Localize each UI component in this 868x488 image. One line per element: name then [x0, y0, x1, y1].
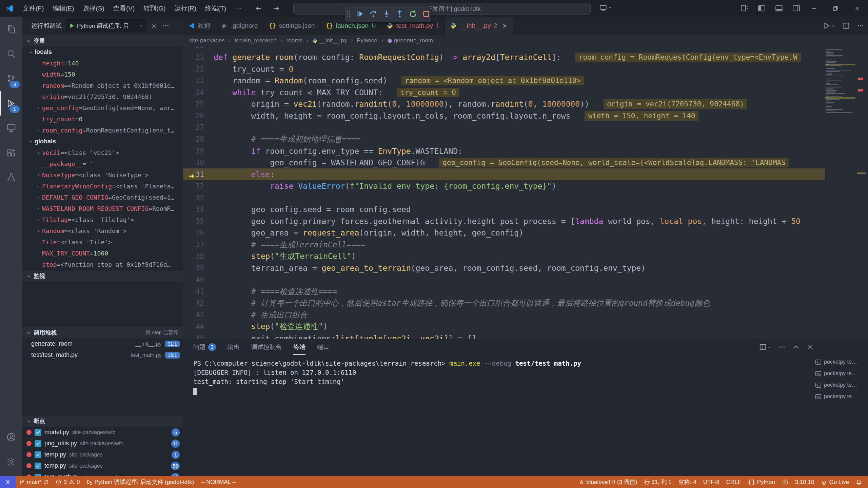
vim-mode-indicator[interactable]: -- NORMAL -- — [197, 476, 239, 488]
breakpoint-checkbox[interactable] — [35, 429, 41, 436]
back-arrow-icon[interactable] — [255, 5, 262, 12]
drag-handle-icon[interactable] — [346, 11, 351, 17]
code-line-41[interactable]: 41 # ====检查连通性==== — [183, 286, 855, 298]
code-line-29[interactable]: 29 if room_config.env_type == EnvType.WA… — [183, 145, 855, 157]
callstack-frame[interactable]: test/test_math.pytest_math.py16:1 — [22, 349, 183, 361]
close-window-button[interactable] — [846, 0, 868, 17]
minimap[interactable] — [825, 46, 855, 339]
terminal-session-item[interactable]: pocketpy te… — [815, 356, 866, 368]
breakpoint-checkbox[interactable] — [35, 440, 41, 447]
code-line-27[interactable]: 27 — [183, 122, 855, 134]
section-callstack-header[interactable]: 调用堆栈 因 step 已暂停 — [22, 327, 183, 338]
panel-tab-终端[interactable]: 终端 — [293, 339, 305, 355]
menu-item[interactable]: 转到(G) — [139, 2, 170, 15]
menu-item[interactable]: 查看(V) — [109, 2, 139, 15]
variable-row[interactable]: random = <Random object at 0x1bf9d01e… — [22, 80, 183, 91]
step-into-button[interactable] — [382, 10, 391, 18]
breakpoint-checkbox[interactable] — [35, 463, 41, 469]
section-watch-header[interactable]: 监视 — [22, 270, 183, 282]
split-editor-icon[interactable] — [842, 22, 850, 29]
code-line-38[interactable]: 38 step("生成TerrainCell") — [183, 250, 855, 262]
sidebar-more-actions-icon[interactable] — [162, 22, 169, 29]
breakpoint-checkbox[interactable] — [35, 451, 41, 458]
tab-.gdignore[interactable]: .gdignore — [216, 17, 263, 35]
variable-row[interactable]: stop = <function stop at 0x1bf8d716d… — [22, 259, 183, 270]
menu-item[interactable]: 选择(S) — [79, 2, 109, 15]
cursor-position[interactable]: 行 31, 列 1 — [641, 476, 675, 488]
toggle-panel-icon[interactable] — [775, 4, 783, 12]
restart-button[interactable] — [409, 10, 417, 18]
notifications-bell[interactable] — [852, 476, 865, 488]
step-over-button[interactable] — [369, 10, 377, 18]
debug-config-dropdown[interactable]: Python 调试程序: 启 — [66, 19, 146, 32]
branch-status[interactable]: main* — [16, 476, 52, 488]
activity-testing[interactable] — [0, 165, 22, 190]
tab-欢迎[interactable]: 欢迎 — [183, 17, 216, 35]
breadcrumb-item[interactable]: Pylance — [357, 37, 377, 44]
tab-__init__.py[interactable]: __init__.py2 — [445, 17, 513, 35]
code-line-21[interactable]: 21def generate_room(room_config: RoomReq… — [183, 52, 855, 63]
activity-run-debug[interactable]: 1 — [0, 91, 22, 116]
menu-item[interactable]: 文件(F) — [18, 2, 48, 15]
account-icon[interactable] — [0, 425, 22, 449]
close-panel-icon[interactable] — [807, 344, 814, 350]
breakpoint-checkbox[interactable] — [35, 474, 41, 476]
continue-button[interactable] — [356, 10, 364, 18]
terminal-session-item[interactable]: pocketpy te… — [815, 379, 866, 391]
customize-layout-icon[interactable] — [741, 4, 748, 12]
code-line-33[interactable]: 33 — [183, 192, 855, 204]
menu-item[interactable]: 编辑(E) — [48, 2, 78, 15]
code-line-31[interactable]: 31 else: — [183, 168, 855, 180]
breadcrumb-item[interactable]: terrain_research — [235, 37, 277, 44]
extension-robot-status[interactable] — [778, 476, 792, 488]
menu-item[interactable]: ··· — [231, 2, 246, 15]
variable-row[interactable]: Random = <class 'Random'> — [22, 225, 183, 237]
terminal-output[interactable]: PS C:\computer_science\godot-ldtk\site-p… — [193, 359, 804, 395]
panel-more-actions-icon[interactable] — [778, 344, 785, 350]
variable-row[interactable]: vec2i = <class 'vec2i'> — [22, 147, 183, 158]
code-line-20[interactable]: 20 — [183, 46, 855, 52]
step-out-button[interactable] — [396, 10, 404, 18]
stop-button[interactable] — [422, 10, 430, 18]
code-line-24[interactable]: 24 while try_count < MAX_TRY_COUNT:try_c… — [183, 86, 855, 98]
activity-explorer[interactable] — [0, 17, 22, 41]
code-line-26[interactable]: 26 width, height = room_config.layout.n_… — [183, 110, 855, 122]
code-line-35[interactable]: 35 geo_config.primary_forces.geothermal_… — [183, 215, 855, 227]
breakpoint-row[interactable]: png_utils.pysite-packages\wfc11 — [22, 438, 183, 449]
code-line-42[interactable]: 42 # 计算每一个出口的中心，然后使用astar生成路径，确保每一个出口组合都… — [183, 297, 855, 309]
panel-tab-输出[interactable]: 输出 — [228, 339, 240, 355]
run-python-file-icon[interactable] — [823, 22, 835, 29]
code-line-45[interactable]: 45 exit_combinations:list[tuple[vec2i, v… — [183, 332, 855, 339]
code-line-40[interactable]: 40 — [183, 274, 855, 286]
minimize-button[interactable] — [803, 0, 825, 17]
activity-source-control[interactable]: 3 — [0, 66, 22, 91]
language-mode[interactable]: {} Python — [745, 476, 778, 488]
activity-search[interactable] — [0, 41, 22, 66]
variable-group-locals[interactable]: locals — [22, 46, 183, 58]
code-line-23[interactable]: 23 random = Random(room_config.seed)rand… — [183, 75, 855, 87]
maximize-panel-icon[interactable] — [793, 344, 800, 350]
activity-remote-explorer[interactable] — [0, 116, 22, 140]
variable-row[interactable]: PlanetaryWindConfig = <class 'Planeta… — [22, 181, 183, 192]
code-line-28[interactable]: 28 # ====生成初始地理信息==== — [183, 133, 855, 145]
code-line-43[interactable]: 43 # 生成出口组合 — [183, 309, 855, 321]
variable-row[interactable]: TileTag = <class 'TileTag'> — [22, 214, 183, 225]
variable-row[interactable]: geo_config = GeoConfig(seed=None, wor… — [22, 102, 183, 114]
variable-row[interactable]: origin = vec2i(7205730, 9024468) — [22, 91, 183, 102]
eol-status[interactable]: CRLF — [723, 476, 745, 488]
breadcrumb-item[interactable]: generate_room — [387, 37, 433, 44]
breakpoint-row[interactable]: model.pysite-packages\wfc6 — [22, 427, 183, 438]
panel-tab-端口[interactable]: 端口 — [317, 339, 329, 355]
command-center[interactable]: [扩展开发宿主] godot-ldtk — [293, 3, 591, 15]
breakpoint-row[interactable]: temp.pysite-packages1 — [22, 449, 183, 460]
callstack-frame[interactable]: generate_room__init__.py31:1 — [22, 338, 183, 349]
editor-more-actions-icon[interactable] — [857, 22, 864, 29]
breadcrumb-item[interactable]: site-packages — [189, 37, 225, 44]
code-line-37[interactable]: 37 # ====生成TerrainCell==== — [183, 239, 855, 251]
remote-indicator[interactable] — [0, 476, 16, 488]
settings-gear-icon[interactable] — [0, 449, 22, 474]
section-breakpoints-header[interactable]: 断点 — [22, 415, 183, 427]
code-line-44[interactable]: 44 step("检查连通性") — [183, 321, 855, 332]
terminal-session-item[interactable]: pocketpy te… — [815, 368, 866, 379]
encoding-status[interactable]: UTF-8 — [700, 476, 723, 488]
